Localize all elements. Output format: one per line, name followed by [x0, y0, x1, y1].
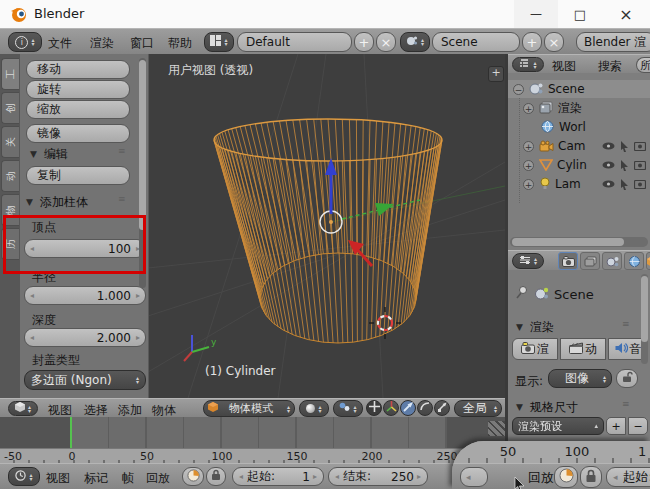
- tool-tab-create[interactable]: 创: [1, 92, 19, 124]
- move-button[interactable]: 移动: [26, 60, 130, 79]
- dimensions-panel-header[interactable]: 规格尺寸: [530, 399, 578, 416]
- stepper-right-icon[interactable]: ▸: [136, 291, 140, 300]
- editor-type-3dview-button[interactable]: ▴▾: [8, 401, 38, 416]
- render-presets-dropdown[interactable]: 渲染预设 ▴: [512, 417, 604, 435]
- editor-type-properties-button[interactable]: ▴▾: [512, 253, 544, 269]
- render-toggle[interactable]: [632, 139, 648, 153]
- frame-start-field[interactable]: ◂ 起始: 1 ▸: [232, 467, 324, 486]
- collapse-triangle-icon[interactable]: ▼: [516, 322, 523, 332]
- rotate-button[interactable]: 旋转: [26, 80, 130, 99]
- lock-button[interactable]: [206, 467, 226, 486]
- render-still-button[interactable]: 渲: [512, 338, 558, 360]
- remove-layout-button[interactable]: ×: [376, 32, 396, 52]
- menu-window[interactable]: 窗口: [130, 35, 154, 52]
- tab-object[interactable]: [646, 252, 650, 270]
- manipulator-toggle-button[interactable]: [366, 400, 382, 416]
- editor-type-timeline-button[interactable]: ▴▾: [8, 467, 40, 486]
- outliner-row-world[interactable]: Worl: [508, 118, 650, 136]
- stepper-right-icon[interactable]: ▸: [417, 472, 421, 481]
- stepper-right-icon[interactable]: ▸: [313, 472, 317, 481]
- mirror-button[interactable]: 镜像: [26, 124, 130, 143]
- add-cylinder-panel-header[interactable]: 添加柱体: [40, 194, 88, 211]
- duplicate-button[interactable]: 复制: [26, 166, 130, 185]
- region-expand-button[interactable]: +: [488, 66, 504, 82]
- stepper-left-icon[interactable]: ◂: [239, 472, 243, 481]
- properties-scrollbar[interactable]: [641, 274, 648, 364]
- radius-slider[interactable]: ◂ 1.000 ▸: [24, 286, 146, 305]
- selectability-toggle[interactable]: [616, 139, 632, 153]
- outliner-row-cylinder[interactable]: + Cylin: [508, 156, 650, 174]
- selectability-toggle[interactable]: [616, 158, 632, 172]
- outliner-row-camera[interactable]: + Cam: [508, 137, 650, 155]
- outliner-row-scene[interactable]: − Scene: [508, 80, 650, 98]
- expand-icon[interactable]: +: [523, 103, 534, 114]
- overlay-field-cap[interactable]: ◂: [460, 467, 488, 487]
- timeline-menu-marker[interactable]: 标记: [84, 470, 108, 487]
- outliner-h-scrollbar[interactable]: [510, 237, 648, 247]
- stepper-right-icon[interactable]: ▸: [136, 333, 140, 342]
- outliner-filter-dropdown[interactable]: 所: [636, 57, 650, 73]
- overlay-ruler[interactable]: 50 100 1: [452, 441, 650, 464]
- menu-render[interactable]: 渲染: [90, 35, 114, 52]
- collapse-triangle-icon[interactable]: ▼: [30, 149, 37, 159]
- overlay-frame-start-field[interactable]: ◂ 起始:: [606, 467, 650, 487]
- overlay-av-sync-button[interactable]: [554, 466, 578, 488]
- display-lock-button[interactable]: [616, 369, 638, 388]
- pin-icon[interactable]: [515, 285, 529, 304]
- tab-scene[interactable]: [602, 252, 622, 270]
- add-layout-button[interactable]: +: [354, 32, 374, 52]
- screen-layout-button[interactable]: ▴▾: [204, 32, 234, 52]
- scene-browse-button[interactable]: ▴▾: [400, 32, 430, 52]
- translate-manipulator-button[interactable]: [383, 400, 399, 416]
- remove-scene-button[interactable]: ×: [544, 32, 564, 52]
- scene-name-field[interactable]: Scene: [432, 32, 520, 52]
- tab-render-layers[interactable]: [580, 252, 600, 270]
- overlay-playback-menu[interactable]: 回放: [528, 469, 554, 487]
- collapse-triangle-icon[interactable]: ▼: [26, 197, 33, 207]
- preset-add-button[interactable]: +: [606, 417, 626, 435]
- timeline-menu-frame[interactable]: 帧: [122, 470, 134, 487]
- render-toggle[interactable]: [632, 177, 648, 191]
- frame-end-field[interactable]: ◂ 结束: 250 ▸: [328, 467, 428, 486]
- collapse-icon[interactable]: −: [513, 84, 524, 95]
- overlay-lock-button[interactable]: [580, 466, 602, 488]
- expand-icon[interactable]: +: [523, 160, 534, 171]
- preset-remove-button[interactable]: −: [628, 417, 648, 435]
- tab-render[interactable]: [558, 252, 578, 270]
- cap-fill-type-dropdown[interactable]: 多边面 (Ngon) ▴▾: [24, 370, 146, 390]
- tool-tab-relations[interactable]: 关: [1, 126, 19, 158]
- viewport-3d[interactable]: 用户视图 (透视) y (1) Cylinder +: [148, 54, 505, 398]
- selectability-toggle[interactable]: [616, 177, 632, 191]
- rotate-manipulator-button[interactable]: [400, 400, 416, 416]
- scale-button[interactable]: 缩放: [26, 100, 130, 119]
- screen-layout-field[interactable]: Default: [237, 32, 352, 52]
- outliner-row-render[interactable]: + 渲染: [508, 99, 650, 117]
- current-frame-marker[interactable]: [70, 417, 72, 448]
- viewport-shading-dropdown[interactable]: ▴▾: [299, 400, 329, 417]
- expand-icon[interactable]: +: [523, 179, 534, 190]
- visibility-toggle[interactable]: [600, 158, 616, 172]
- render-toggle[interactable]: [632, 158, 648, 172]
- tab-world[interactable]: [624, 252, 644, 270]
- timeline-menu-view[interactable]: 视图: [46, 470, 70, 487]
- maximize-button[interactable]: □: [558, 0, 602, 28]
- depth-slider[interactable]: ◂ 2.000 ▸: [24, 328, 146, 347]
- tool-tab-tools[interactable]: 工: [1, 58, 19, 90]
- editor-type-outliner-button[interactable]: ▴▾: [512, 57, 544, 72]
- stepper-left-icon[interactable]: ◂: [613, 472, 618, 482]
- close-button[interactable]: ×: [602, 0, 650, 28]
- render-animation-button[interactable]: 动: [560, 338, 606, 360]
- visibility-toggle[interactable]: [600, 177, 616, 191]
- pivot-point-dropdown[interactable]: ▴▾: [333, 400, 363, 417]
- render-panel-header[interactable]: 渲染: [530, 319, 554, 336]
- minimize-button[interactable]: —: [514, 0, 558, 28]
- stepper-left-icon[interactable]: ◂: [335, 472, 339, 481]
- collapse-triangle-icon[interactable]: ▼: [516, 402, 523, 412]
- timeline-menu-playback[interactable]: 回放: [146, 470, 170, 487]
- display-dropdown[interactable]: 图像 ▴▾: [548, 369, 612, 388]
- render-engine-dropdown[interactable]: Blender 渲: [576, 32, 650, 52]
- menu-file[interactable]: 文件: [48, 35, 72, 52]
- mode-dropdown[interactable]: 物体模式 ▴▾: [203, 400, 295, 417]
- transform-manipulator-button[interactable]: [434, 400, 450, 416]
- scale-manipulator-button[interactable]: [417, 400, 433, 416]
